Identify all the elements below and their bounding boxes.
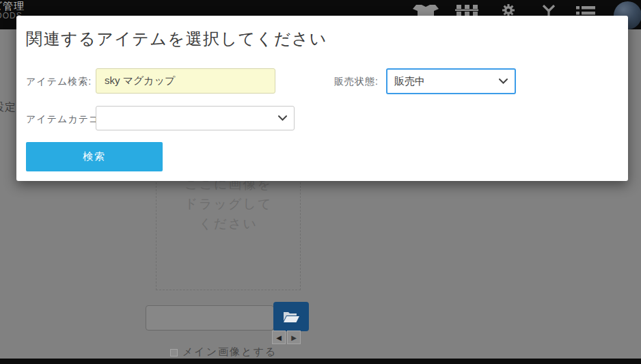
chevron-down-icon — [278, 115, 287, 121]
main-image-checkbox[interactable] — [170, 349, 178, 356]
sales-status-label: 販売状態: — [334, 76, 379, 88]
dropzone-text-line: ドラッグして — [156, 194, 300, 214]
dialog-title: 関連するアイテムを選択してください — [26, 28, 327, 50]
screen: グッズ管理 GOODS — [0, 0, 641, 364]
brand-title: グッズ管理 — [0, 0, 25, 12]
sitemap-icon[interactable] — [455, 5, 478, 16]
prev-image-button[interactable]: ◀ — [272, 331, 286, 344]
file-path-input[interactable] — [146, 305, 274, 331]
arrow-left-icon: ◀ — [276, 334, 282, 341]
item-search-input[interactable] — [96, 68, 275, 94]
list-icon[interactable] — [576, 6, 595, 15]
sales-status-select[interactable]: 販売中 — [386, 68, 516, 94]
arrow-right-icon: ▶ — [291, 334, 297, 341]
footer-bar — [0, 359, 641, 364]
chevron-down-icon — [499, 79, 508, 84]
open-folder-icon — [283, 311, 299, 323]
main-image-checkbox-label: メイン画像とする — [182, 346, 277, 359]
related-item-dialog: 関連するアイテムを選択してください アイテム検索: 販売状態: 販売中 アイテム… — [16, 16, 628, 181]
main-image-row: メイン画像とする — [170, 346, 277, 359]
item-search-label: アイテム検索: — [26, 76, 92, 88]
browse-folder-button[interactable] — [273, 302, 309, 331]
item-category-select[interactable] — [96, 106, 295, 130]
search-button[interactable]: 検索 — [26, 142, 163, 171]
sales-status-value: 販売中 — [387, 75, 499, 88]
next-image-button[interactable]: ▶ — [287, 331, 301, 344]
merge-icon[interactable] — [541, 5, 556, 16]
tshirt-icon[interactable] — [413, 5, 439, 16]
dropzone-text-line: ください — [156, 214, 300, 234]
gear-icon[interactable] — [501, 3, 516, 17]
